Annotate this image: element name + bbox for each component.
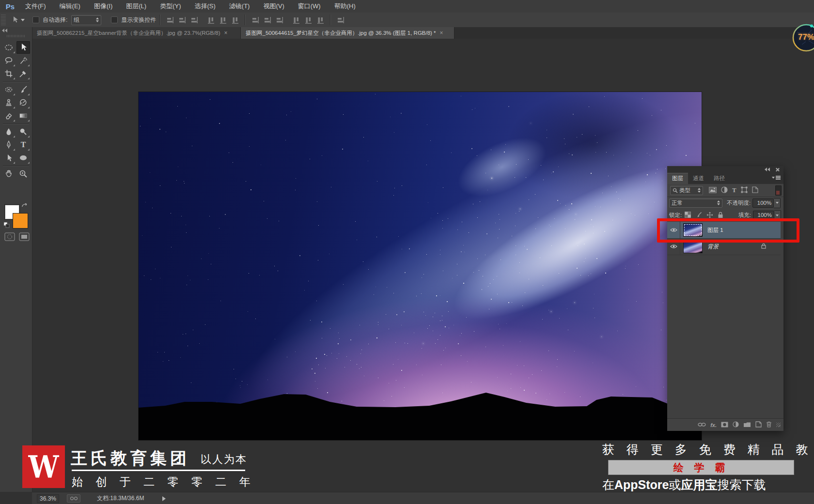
gradient-tool[interactable]: [16, 109, 30, 122]
zoom-tool[interactable]: [16, 168, 30, 180]
new-group-icon[interactable]: [743, 422, 751, 428]
fill-caret[interactable]: [774, 210, 781, 220]
close-tab-icon[interactable]: ×: [224, 30, 228, 36]
lock-transparent-pixels-icon[interactable]: [685, 212, 691, 219]
panel-menu-icon[interactable]: [773, 175, 781, 180]
blur-tool[interactable]: [2, 125, 16, 138]
layer-name[interactable]: 背景: [707, 243, 719, 250]
document-tab-2[interactable]: 摄图网_500644615_梦幻星空（非企业商用）.jpg @ 36.3% (图…: [241, 27, 454, 39]
hand-tool[interactable]: [2, 168, 16, 180]
dodge-tool[interactable]: [16, 125, 30, 138]
eraser-tool[interactable]: [2, 109, 16, 122]
menu-type[interactable]: 类型(Y): [153, 0, 188, 13]
filter-adjustment-layers-icon[interactable]: [721, 186, 728, 194]
visibility-toggle[interactable]: [667, 238, 680, 255]
new-adjustment-layer-icon[interactable]: [733, 421, 739, 428]
filter-smart-objects-icon[interactable]: [752, 186, 758, 194]
close-panel-icon[interactable]: [775, 168, 780, 172]
screen-mode-icon[interactable]: [17, 230, 31, 243]
distribute-spacing-icon[interactable]: [337, 16, 344, 24]
distribute-top-edges-icon[interactable]: [251, 16, 259, 24]
document-tab-1[interactable]: 摄图网_500862215_星空banner背景（非企业商用）.jpg @ 23…: [32, 27, 241, 39]
zoom-level-field[interactable]: 36.3%: [37, 494, 59, 503]
opacity-value[interactable]: 100%: [752, 199, 774, 208]
options-bar-grip[interactable]: [1, 15, 6, 25]
menu-image[interactable]: 图像(I): [87, 0, 119, 13]
filtering-toggle[interactable]: [775, 185, 782, 196]
menu-filter[interactable]: 滤镜(T): [222, 0, 257, 13]
filter-type-dropdown[interactable]: 类型: [670, 186, 703, 195]
close-tab-icon[interactable]: ×: [440, 30, 443, 36]
distribute-bottom-edges-icon[interactable]: [276, 16, 283, 24]
layer-style-fx-icon[interactable]: fx.: [710, 422, 717, 428]
ellipse-shape-tool[interactable]: [16, 152, 30, 164]
align-vertical-centers-icon[interactable]: [178, 16, 186, 24]
delete-layer-icon[interactable]: [766, 421, 772, 428]
layer-thumbnail[interactable]: [683, 223, 703, 237]
pen-tool[interactable]: [2, 138, 16, 151]
opacity-caret[interactable]: [774, 198, 781, 208]
layer-thumbnail[interactable]: [683, 240, 703, 253]
filter-pixel-layers-icon[interactable]: [709, 187, 717, 194]
clone-stamp-tool[interactable]: [2, 96, 16, 109]
filter-shape-layers-icon[interactable]: [741, 186, 748, 194]
menu-window[interactable]: 窗口(W): [291, 0, 328, 13]
align-left-edges-icon[interactable]: [207, 16, 215, 24]
tab-channels[interactable]: 通道: [688, 173, 709, 184]
tab-layers[interactable]: 图层: [667, 173, 688, 184]
tool-preset-caret[interactable]: [21, 19, 25, 21]
lock-image-pixels-icon[interactable]: [695, 212, 702, 219]
background-color-swatch[interactable]: [13, 213, 28, 229]
menu-file[interactable]: 文件(F): [18, 0, 53, 13]
layer-row-layer1[interactable]: 图层 1: [667, 222, 781, 239]
distribute-horizontal-centers-icon[interactable]: [305, 16, 312, 24]
document-canvas[interactable]: [139, 92, 702, 440]
collapse-panel-icon[interactable]: [2, 29, 7, 32]
align-top-edges-icon[interactable]: [166, 16, 173, 24]
filter-type-layers-icon[interactable]: T: [732, 186, 736, 194]
align-bottom-edges-icon[interactable]: [190, 16, 198, 24]
align-horizontal-centers-icon[interactable]: [219, 16, 227, 24]
path-selection-tool[interactable]: [2, 152, 16, 164]
crop-tool[interactable]: [2, 67, 16, 80]
distribute-vertical-centers-icon[interactable]: [264, 16, 271, 24]
tab-paths[interactable]: 路径: [709, 173, 730, 184]
tools-panel-grip[interactable]: [7, 35, 25, 37]
layer-row-background[interactable]: 背景: [667, 238, 781, 255]
auto-select-checkbox[interactable]: [32, 16, 39, 23]
add-layer-mask-icon[interactable]: [721, 422, 728, 428]
patch-tool[interactable]: [2, 83, 16, 96]
menu-layer[interactable]: 图层(L): [119, 0, 153, 13]
brush-tool[interactable]: [16, 83, 30, 96]
align-right-edges-icon[interactable]: [232, 16, 239, 24]
blend-mode-dropdown[interactable]: 正常: [669, 199, 722, 208]
history-brush-tool[interactable]: [16, 96, 30, 109]
elliptical-marquee-tool[interactable]: [2, 41, 16, 54]
magic-wand-tool[interactable]: [16, 54, 30, 67]
distribute-left-edges-icon[interactable]: [293, 16, 300, 24]
lock-position-icon[interactable]: [706, 212, 713, 219]
menu-select[interactable]: 选择(S): [188, 0, 222, 13]
type-tool[interactable]: T: [16, 138, 30, 151]
default-colors-icon[interactable]: [3, 222, 10, 230]
quick-mask-icon[interactable]: [3, 230, 16, 243]
link-layers-icon[interactable]: [698, 422, 706, 428]
visibility-toggle[interactable]: [667, 222, 680, 238]
lasso-tool[interactable]: [2, 54, 16, 67]
show-transform-checkbox[interactable]: [111, 16, 118, 23]
menu-edit[interactable]: 编辑(E): [53, 0, 87, 13]
layer-name[interactable]: 图层 1: [707, 227, 723, 234]
distribute-right-edges-icon[interactable]: [317, 16, 324, 24]
auto-select-dropdown[interactable]: 组: [71, 15, 101, 25]
lock-all-icon[interactable]: [718, 212, 723, 219]
move-tool[interactable]: [16, 41, 30, 54]
fill-value[interactable]: 100%: [753, 211, 774, 220]
status-options-arrow-icon[interactable]: [162, 496, 166, 501]
collapse-panel-icon[interactable]: [765, 168, 770, 171]
swap-colors-icon[interactable]: [21, 202, 29, 211]
panel-resize-grip[interactable]: [776, 423, 781, 427]
eyedropper-tool[interactable]: [16, 67, 30, 80]
menu-view[interactable]: 视图(V): [256, 0, 291, 13]
new-layer-icon[interactable]: [755, 421, 762, 428]
menu-help[interactable]: 帮助(H): [328, 0, 362, 13]
